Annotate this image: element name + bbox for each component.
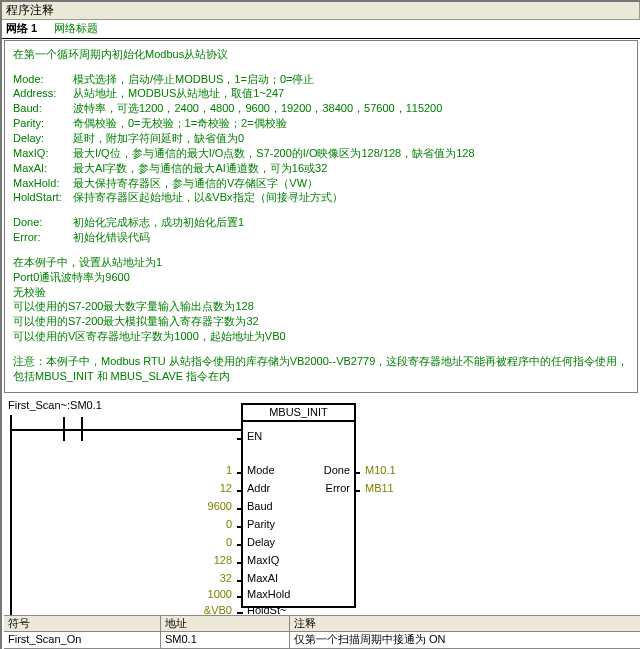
function-block[interactable]: MBUS_INIT ENMode1DoneM10.1Addr12ErrorMB1… bbox=[241, 403, 356, 609]
symbol-table: 符号 地址 注释 First_Scan_On SM0.1 仅第一个扫描周期中接通… bbox=[4, 615, 640, 650]
comment-param-line: Baud:波特率，可选1200，2400，4800，9600，19200，384… bbox=[13, 101, 629, 116]
pin-tick bbox=[237, 562, 243, 564]
cell-symbol: First_Scan_On bbox=[4, 632, 161, 648]
pin-value[interactable]: 0 bbox=[226, 518, 232, 532]
pin-value[interactable]: 12 bbox=[220, 482, 232, 496]
ladder-network[interactable]: First_Scan~:SM0.1 MBUS_INIT ENMode1DoneM… bbox=[2, 399, 640, 619]
comment-example-line: 可以使用的V区寄存器地址字数为1000，起始地址为VB0 bbox=[13, 329, 629, 344]
program-comment-header: 程序注释 bbox=[2, 2, 640, 20]
param-key: Parity: bbox=[13, 116, 73, 131]
block-pin-row: Baud9600 bbox=[243, 500, 354, 516]
param-val: 最大I/Q位，参与通信的最大I/O点数，S7-200的I/O映像区为128/12… bbox=[73, 146, 475, 161]
comment-param-line: MaxIQ:最大I/Q位，参与通信的最大I/O点数，S7-200的I/O映像区为… bbox=[13, 146, 629, 161]
pin-value[interactable]: 9600 bbox=[208, 500, 232, 514]
comment-param-line: Parity:奇偶校验，0=无校验；1=奇校验；2=偶校验 bbox=[13, 116, 629, 131]
network-comment-box[interactable]: 在第一个循环周期内初始化Modbus从站协议 Mode:模式选择，启动/停止MO… bbox=[4, 40, 638, 393]
param-val: 延时，附加字符间延时，缺省值为0 bbox=[73, 131, 244, 146]
comment-example-line: 可以使用的S7-200最大模拟量输入寄存器字数为32 bbox=[13, 314, 629, 329]
comment-param-line: MaxAI:最大AI字数，参与通信的最大AI通道数，可为16或32 bbox=[13, 161, 629, 176]
param-val: 保持寄存器区起始地址，以&VBx指定（间接寻址方式） bbox=[73, 190, 343, 205]
symbol-table-header: 符号 地址 注释 bbox=[4, 615, 640, 633]
block-title: MBUS_INIT bbox=[241, 403, 356, 421]
pin-tick bbox=[354, 472, 360, 474]
comment-example-line: 可以使用的S7-200最大数字量输入输出点数为128 bbox=[13, 299, 629, 314]
comment-note: 注意：本例子中，Modbus RTU 从站指令使用的库存储为VB2000--VB… bbox=[13, 354, 629, 384]
param-key: Error: bbox=[13, 230, 73, 245]
pin-name: Done bbox=[324, 464, 350, 478]
comment-param-list: Mode:模式选择，启动/停止MODBUS，1=启动；0=停止Address:从… bbox=[13, 72, 629, 206]
param-val: 奇偶校验，0=无校验；1=奇校验；2=偶校验 bbox=[73, 116, 287, 131]
pin-name: Addr bbox=[247, 482, 270, 496]
pin-tick bbox=[237, 508, 243, 510]
param-key: Done: bbox=[13, 215, 73, 230]
cell-comment: 仅第一个扫描周期中接通为 ON bbox=[290, 632, 640, 648]
param-key: MaxAI: bbox=[13, 161, 73, 176]
param-val: 初始化错误代码 bbox=[73, 230, 150, 245]
block-pin-row: Addr12ErrorMB11 bbox=[243, 482, 354, 498]
pin-value[interactable]: M10.1 bbox=[365, 464, 396, 478]
pin-value[interactable]: 1000 bbox=[208, 588, 232, 602]
block-pin-row: MaxHold1000 bbox=[243, 588, 354, 604]
param-val: 波特率，可选1200，2400，4800，9600，19200，38400，57… bbox=[73, 101, 442, 116]
comment-example-line: 无校验 bbox=[13, 285, 629, 300]
contact-tag: First_Scan~:SM0.1 bbox=[8, 399, 102, 413]
block-pin-row: Parity0 bbox=[243, 518, 354, 534]
block-pin-row: EN bbox=[243, 430, 354, 446]
pin-tick bbox=[237, 490, 243, 492]
pin-value[interactable]: 32 bbox=[220, 572, 232, 586]
pin-name: MaxHold bbox=[247, 588, 290, 602]
table-row[interactable]: First_Scan_On SM0.1 仅第一个扫描周期中接通为 ON bbox=[4, 632, 640, 649]
block-body: ENMode1DoneM10.1Addr12ErrorMB11Baud9600P… bbox=[241, 420, 356, 608]
comment-error-line: Error: 初始化错误代码 bbox=[13, 230, 629, 245]
pin-tick bbox=[237, 580, 243, 582]
pin-name: Baud bbox=[247, 500, 273, 514]
block-pin-row: Delay0 bbox=[243, 536, 354, 552]
pin-tick bbox=[237, 526, 243, 528]
param-key: MaxIQ: bbox=[13, 146, 73, 161]
pin-name: EN bbox=[247, 430, 262, 444]
param-key: MaxHold: bbox=[13, 176, 73, 191]
pin-name: MaxAI bbox=[247, 572, 278, 586]
pin-value[interactable]: 128 bbox=[214, 554, 232, 568]
power-rail bbox=[10, 415, 12, 615]
block-pin-row: MaxIQ128 bbox=[243, 554, 354, 570]
comment-param-line: MaxHold:最大保持寄存器区，参与通信的V存储区字（VW） bbox=[13, 176, 629, 191]
comment-param-line: Mode:模式选择，启动/停止MODBUS，1=启动；0=停止 bbox=[13, 72, 629, 87]
param-key: Address: bbox=[13, 86, 73, 101]
pin-name: Parity bbox=[247, 518, 275, 532]
col-address: 地址 bbox=[161, 616, 290, 632]
pin-name: Error bbox=[326, 482, 350, 496]
pin-value[interactable]: 0 bbox=[226, 536, 232, 550]
comment-example-lines: 在本例子中，设置从站地址为1Port0通讯波特率为9600无校验可以使用的S7-… bbox=[13, 255, 629, 344]
wire-segment bbox=[86, 429, 241, 431]
comment-param-line: Delay:延时，附加字符间延时，缺省值为0 bbox=[13, 131, 629, 146]
param-key: HoldStart: bbox=[13, 190, 73, 205]
comment-intro: 在第一个循环周期内初始化Modbus从站协议 bbox=[13, 47, 629, 62]
block-pin-row: MaxAI32 bbox=[243, 572, 354, 588]
network-header-row[interactable]: 网络 1 网络标题 bbox=[2, 20, 640, 39]
pin-value[interactable]: MB11 bbox=[365, 482, 394, 496]
contact-bar bbox=[60, 429, 86, 431]
pin-value[interactable]: 1 bbox=[226, 464, 232, 478]
param-key: Baud: bbox=[13, 101, 73, 116]
comment-done-line: Done: 初始化完成标志，成功初始化后置1 bbox=[13, 215, 629, 230]
param-val: 最大AI字数，参与通信的最大AI通道数，可为16或32 bbox=[73, 161, 327, 176]
pin-name: Delay bbox=[247, 536, 275, 550]
comment-param-line: HoldStart:保持寄存器区起始地址，以&VBx指定（间接寻址方式） bbox=[13, 190, 629, 205]
pin-tick bbox=[354, 490, 360, 492]
param-key: Mode: bbox=[13, 72, 73, 87]
network-label: 网络 1 bbox=[6, 22, 37, 34]
param-val: 模式选择，启动/停止MODBUS，1=启动；0=停止 bbox=[73, 72, 314, 87]
param-val: 初始化完成标志，成功初始化后置1 bbox=[73, 215, 244, 230]
network-title[interactable]: 网络标题 bbox=[54, 22, 98, 34]
no-contact[interactable] bbox=[60, 417, 86, 441]
comment-example-line: 在本例子中，设置从站地址为1 bbox=[13, 255, 629, 270]
pin-tick bbox=[237, 472, 243, 474]
editor-root: 程序注释 网络 1 网络标题 在第一个循环周期内初始化Modbus从站协议 Mo… bbox=[0, 0, 640, 649]
pin-tick bbox=[237, 596, 243, 598]
pin-name: Mode bbox=[247, 464, 275, 478]
comment-example-line: Port0通讯波特率为9600 bbox=[13, 270, 629, 285]
cell-address: SM0.1 bbox=[161, 632, 290, 648]
param-val: 从站地址，MODBUS从站地址，取值1~247 bbox=[73, 86, 284, 101]
col-symbol: 符号 bbox=[4, 616, 161, 632]
